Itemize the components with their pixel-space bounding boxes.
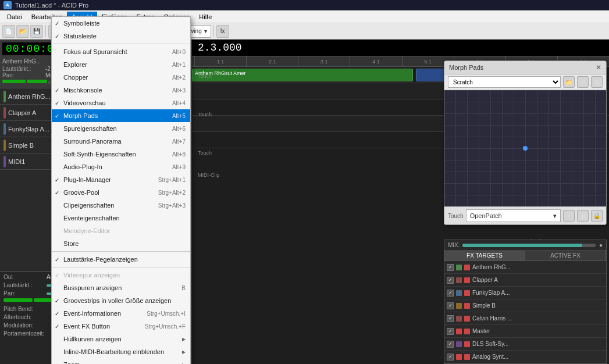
cm-lautstaerke[interactable]: ✓ Lautstärke-Pegelanzeigen xyxy=(52,253,190,266)
cm-check-7: ✓ xyxy=(55,100,59,106)
cm-label-4: Explorer xyxy=(63,61,87,68)
cm-label-15: Clipeigenschaften xyxy=(63,202,114,209)
fx-check-dls[interactable]: ✓ xyxy=(447,341,454,348)
fx-color2-analog xyxy=(464,354,470,360)
touch-label-3: Touch xyxy=(195,112,222,117)
portamento-label: Portamentozeit: xyxy=(3,330,44,337)
cm-audioplugin[interactable]: Audio-Plug-In Alt+9 xyxy=(52,160,190,173)
morph-content xyxy=(444,90,606,206)
cm-groovepool[interactable]: ✓ Groove-Pool Strg+Alt+2 xyxy=(52,186,190,199)
fx-button[interactable]: fx xyxy=(216,25,229,38)
fx-check-clapper[interactable]: ✓ xyxy=(447,277,454,284)
cm-mischkonsole[interactable]: ✓ Mischkonsole Alt+3 xyxy=(52,84,190,97)
out-label: Out xyxy=(3,274,44,280)
cm-eventfx[interactable]: ✓ Event FX Button Strg+Umsch.+F xyxy=(52,320,190,333)
fx-track-simple[interactable]: ✓ Simple B xyxy=(444,299,606,312)
cm-softsynth[interactable]: Soft-Synth-Eigenschaften Alt+8 xyxy=(52,148,190,160)
fx-color-calvin xyxy=(456,316,462,322)
cm-sc-6: Alt+3 xyxy=(172,87,186,94)
fx-check-calvin[interactable]: ✓ xyxy=(447,315,454,322)
cm-eventeigenschaften[interactable]: Eventeigenschaften xyxy=(52,212,190,224)
morph-grid[interactable] xyxy=(444,90,606,206)
cm-eventinfo[interactable]: ✓ Event-Informationen Strg+Umsch.+I xyxy=(52,307,190,320)
cm-label-22: Groovestrips in voller Größe anzeigen xyxy=(63,297,171,304)
fx-track-funky[interactable]: ✓ FunkySlap A... xyxy=(444,287,606,299)
fx-color2-calvin xyxy=(464,316,470,322)
cm-explorer[interactable]: Explorer Alt+1 xyxy=(52,58,190,71)
fx-track-master[interactable]: ✓ Master xyxy=(444,325,606,338)
cm-groovestrips[interactable]: ✓ Groovestrips in voller Größe anzeigen xyxy=(52,294,190,307)
cm-label-5: Chopper xyxy=(63,74,88,81)
morph-folder-btn[interactable]: 📁 xyxy=(563,76,575,88)
clip-anthem[interactable]: Anthem RhGsut Amer xyxy=(192,69,413,81)
aftertouch-label: Aftertouch: xyxy=(3,314,44,320)
fx-track-anthem[interactable]: ✓ Anthem RhG... xyxy=(444,261,606,274)
save-button[interactable]: 💾 xyxy=(30,25,43,38)
cm-sc-11: Alt+8 xyxy=(172,151,186,158)
cm-surround[interactable]: Surround-Panorama Alt+7 xyxy=(52,135,190,148)
fx-track-dls[interactable]: ✓ DLS Soft-Sy... xyxy=(444,338,606,351)
menu-datei[interactable]: Datei xyxy=(2,12,27,22)
fx-check-anthem[interactable]: ✓ xyxy=(447,264,454,271)
cm-label-9: Spureigenschaften xyxy=(63,125,117,132)
fx-tab-active[interactable]: ACTIVE FX xyxy=(525,251,606,260)
morph-extra-btn[interactable]: ▦ xyxy=(591,76,603,88)
cm-clipeigenschaften[interactable]: Clipeigenschaften Strg+Alt+3 xyxy=(52,199,190,212)
cm-label-20: Videospur anzeigen xyxy=(63,272,120,279)
fx-check-funky[interactable]: ✓ xyxy=(447,290,454,297)
open-button[interactable]: 📂 xyxy=(16,25,29,38)
cm-huellkurven[interactable]: Hüllkurven anzeigen ▶ xyxy=(52,333,190,345)
fx-check-simple[interactable]: ✓ xyxy=(447,302,454,309)
morph-dot[interactable] xyxy=(523,146,528,151)
cm-check-1: ✓ xyxy=(55,20,59,27)
cm-label-6: Mischkonsole xyxy=(63,87,102,94)
cm-label-7: Videovorschau xyxy=(63,99,106,106)
new-button[interactable]: 📄 xyxy=(2,25,15,38)
fx-mix-row: MIX: ● xyxy=(444,240,606,251)
fx-track-clapper[interactable]: ✓ Clapper A xyxy=(444,274,606,287)
fx-track-analog[interactable]: ✓ Analog Synt... xyxy=(444,351,606,363)
cm-morphpads[interactable]: ✓ Morph Pads Alt+5 xyxy=(52,109,190,122)
fx-name-calvin: Calvin Harris ... xyxy=(472,315,604,322)
cm-check-14: ✓ xyxy=(55,190,59,196)
menu-hilfe[interactable]: Hilfe xyxy=(194,12,216,22)
cm-sc-5: Alt+2 xyxy=(172,74,186,81)
fx-header: FX TARGETS ACTIVE FX xyxy=(444,251,606,261)
cm-check-24: ✓ xyxy=(55,323,59,330)
fx-name-analog: Analog Synt... xyxy=(472,354,604,360)
cm-zoom[interactable]: Zoom ▶ xyxy=(52,358,190,364)
fx-tab-targets[interactable]: FX TARGETS xyxy=(444,251,525,260)
cm-arrow-26: ▶ xyxy=(182,349,186,355)
touch-label-5: Touch xyxy=(195,150,222,156)
morph-settings-btn[interactable]: ⚙ xyxy=(577,76,589,88)
fx-mix-slider[interactable] xyxy=(462,244,596,247)
morph-close-button[interactable]: ✕ xyxy=(596,63,601,72)
cm-busspuren[interactable]: Busspuren anzeigen B xyxy=(52,281,190,294)
fx-check-analog[interactable]: ✓ xyxy=(447,354,454,361)
ruler-2: 2.1 xyxy=(246,56,298,66)
cm-label-24: Event FX Button xyxy=(63,323,110,330)
cm-statusleiste[interactable]: ✓ Statusleiste xyxy=(52,30,190,42)
cm-fokus[interactable]: Fokus auf Spuransicht Alt+0 xyxy=(52,45,190,58)
cm-pluginmanager[interactable]: ✓ Plug-In-Manager Strg+Alt+1 xyxy=(52,173,190,186)
cm-videovorschau[interactable]: ✓ Videovorschau Alt+4 xyxy=(52,97,190,109)
cm-spureigenschaften[interactable]: Spureigenschaften Alt+6 xyxy=(52,122,190,135)
cm-label-14: Groove-Pool xyxy=(63,189,99,196)
cm-inline-midi[interactable]: Inline-MIDI-Bearbeitung einblenden ▶ xyxy=(52,345,190,358)
fx-track-calvin[interactable]: ✓ Calvin Harris ... xyxy=(444,312,606,325)
fx-check-master[interactable]: ✓ xyxy=(447,328,454,335)
cm-symbolleiste[interactable]: ✓ Symbolleiste xyxy=(52,17,190,30)
pitch-label: Pitch Bend: xyxy=(3,306,44,312)
cm-label-27: Zoom xyxy=(63,361,80,364)
track-color-clapper xyxy=(3,107,6,119)
morph-lock-btn[interactable]: 🔒 xyxy=(591,210,603,222)
morph-panel: Morph Pads ✕ Scratch 📁 ⚙ ▦ Touch OpenPat… xyxy=(444,60,607,225)
cm-sep-1 xyxy=(52,44,190,44)
morph-grid-btn[interactable]: ▦ xyxy=(577,210,589,222)
morph-scratch-select[interactable]: Scratch xyxy=(448,76,561,88)
cm-chopper[interactable]: Chopper Alt+2 xyxy=(52,71,190,84)
fx-mix-end: ● xyxy=(599,242,603,248)
morph-add-btn[interactable]: + xyxy=(563,210,575,222)
cm-store[interactable]: Store xyxy=(52,237,190,250)
morph-openpatch-selector[interactable]: OpenPatch ▾ xyxy=(466,209,561,222)
